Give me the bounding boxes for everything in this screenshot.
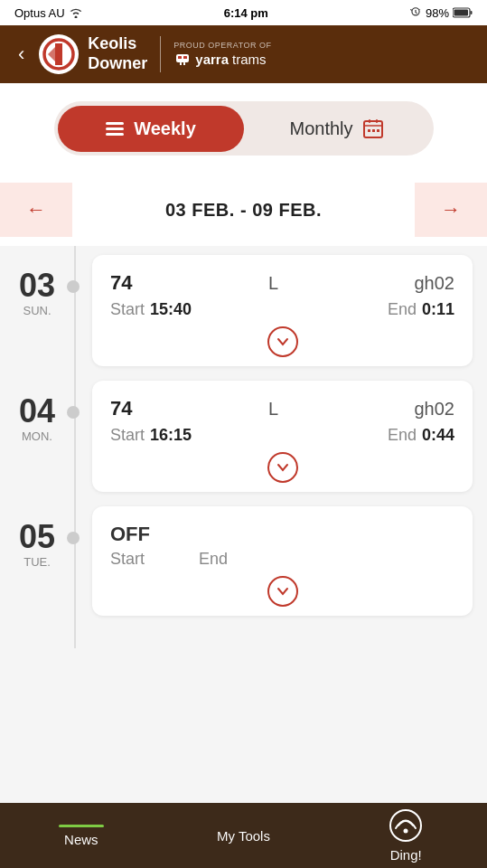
svg-rect-8	[178, 56, 182, 59]
next-icon: →	[441, 198, 461, 222]
weekly-label: Weekly	[134, 118, 196, 139]
calendar-icon	[362, 118, 384, 139]
prev-icon: ←	[26, 198, 46, 222]
shift-card-sun: 74 L gh02 Start15:40 End0:11	[92, 255, 473, 366]
tab-weekly[interactable]: Weekly	[58, 106, 244, 152]
expand-icon-tue	[267, 576, 298, 607]
svg-rect-17	[376, 119, 378, 123]
nav-my-tools[interactable]: My Tools	[163, 821, 325, 851]
keolis-logo-icon	[39, 34, 79, 74]
status-bar: Optus AU 6:14 pm 98%	[0, 0, 487, 25]
start-time-sun: 15:40	[150, 300, 192, 318]
day-name-tue: TUE.	[23, 555, 51, 569]
downer-text: Downer	[88, 54, 147, 74]
shift-card-mon: 74 L gh02 Start16:15 End0:44	[92, 381, 473, 492]
day-number-tue: 05	[19, 521, 55, 553]
list-icon	[105, 118, 125, 138]
nav-ding[interactable]: Ding!	[324, 802, 487, 869]
off-times-tue: Start End	[110, 550, 454, 569]
prev-week-button[interactable]: ←	[0, 183, 72, 237]
tab-switcher-container: Weekly Monthly	[0, 83, 487, 174]
svg-rect-14	[106, 133, 124, 136]
shift-code-mon: gh02	[415, 399, 455, 420]
date-range-label: 03 FEB. - 09 FEB.	[165, 200, 322, 221]
shift-code-sun: gh02	[415, 273, 455, 294]
status-left: Optus AU	[14, 6, 83, 20]
day-dot-tue	[67, 532, 80, 544]
monthly-label: Monthly	[289, 118, 352, 139]
start-time-mon: 16:15	[150, 426, 192, 444]
end-time-sun: 0:11	[422, 300, 454, 318]
shift-info-mon: 74 L gh02	[110, 397, 454, 420]
off-label-tue: OFF	[110, 523, 454, 546]
day-dot-sun	[67, 280, 80, 293]
ding-label: Ding!	[390, 847, 422, 863]
keolis-text: Keolis	[88, 34, 147, 54]
shift-times-mon: Start16:15 End0:44	[110, 426, 454, 445]
day-row-sun: 03 SUN. 74 L gh02 Start15:40 End0:11	[0, 255, 487, 366]
yarra-text: yarra	[195, 52, 229, 67]
day-label-sun: 03 SUN.	[0, 255, 74, 317]
day-dot-mon	[67, 406, 80, 419]
tram-icon	[173, 50, 192, 68]
shift-number-mon: 74	[110, 397, 132, 420]
next-week-button[interactable]: →	[415, 183, 487, 237]
svg-rect-12	[106, 122, 124, 125]
expand-button-mon[interactable]	[110, 445, 454, 485]
day-number-mon: 04	[19, 395, 55, 428]
expand-icon-sun	[267, 326, 298, 357]
news-label: News	[64, 832, 98, 847]
date-navigation: ← 03 FEB. - 09 FEB. →	[0, 174, 487, 246]
tab-switcher: Weekly Monthly	[54, 101, 434, 156]
ding-icon	[389, 809, 422, 842]
back-button[interactable]: ‹	[14, 39, 28, 70]
day-label-mon: 04 MON.	[0, 381, 74, 443]
logo-divider	[160, 36, 161, 72]
my-tools-label: My Tools	[217, 828, 270, 844]
expand-button-sun[interactable]	[110, 319, 454, 359]
svg-rect-2	[471, 11, 473, 14]
tab-monthly[interactable]: Monthly	[244, 105, 430, 152]
wifi-icon	[69, 7, 83, 18]
end-label-mon: End	[388, 426, 417, 444]
yarra-trams-logo: PROUD OPERATOR OF yarra trams	[173, 41, 271, 68]
day-row-tue: 05 TUE. OFF Start End	[0, 506, 487, 616]
svg-rect-11	[183, 62, 185, 65]
off-end-label: End	[199, 550, 228, 569]
chevron-down-icon-mon	[276, 461, 289, 474]
shift-info-sun: 74 L gh02	[110, 271, 454, 295]
svg-rect-10	[180, 62, 182, 65]
carrier-text: Optus AU	[14, 6, 65, 20]
status-right: 98%	[409, 6, 473, 20]
nav-news[interactable]: News	[0, 817, 163, 854]
app-header: ‹ Keolis Downer PROUD OPERATOR OF	[0, 25, 487, 83]
day-row-mon: 04 MON. 74 L gh02 Start16:15 End0:44	[0, 381, 487, 492]
day-name-mon: MON.	[22, 429, 52, 443]
end-time-mon: 0:44	[422, 426, 454, 444]
expand-button-tue[interactable]	[110, 569, 454, 609]
expand-icon-mon	[267, 452, 298, 483]
battery-text: 98%	[426, 6, 449, 20]
news-active-indicator	[59, 825, 104, 827]
off-card-tue: OFF Start End	[92, 506, 473, 616]
end-label-sun: End	[388, 300, 417, 318]
svg-rect-16	[369, 119, 370, 123]
svg-rect-19	[368, 129, 370, 132]
chevron-down-icon-sun	[276, 335, 289, 348]
shift-type-mon: L	[132, 399, 414, 420]
svg-rect-9	[183, 56, 187, 59]
svg-rect-21	[377, 129, 379, 132]
start-label-sun: Start	[110, 300, 145, 318]
shift-times-sun: Start15:40 End0:11	[110, 300, 454, 319]
proud-operator-text: PROUD OPERATOR OF	[173, 41, 271, 50]
start-label-mon: Start	[110, 426, 145, 444]
schedule-timeline: 03 SUN. 74 L gh02 Start15:40 End0:11	[0, 246, 487, 648]
status-time: 6:14 pm	[224, 6, 268, 20]
bottom-navigation: News My Tools Ding!	[0, 803, 487, 868]
day-label-tue: 05 TUE.	[0, 506, 74, 569]
yarra-brand: yarra trams	[173, 50, 266, 68]
chevron-down-icon-tue	[276, 585, 289, 598]
day-name-sun: SUN.	[23, 304, 51, 317]
svg-rect-13	[106, 127, 124, 130]
svg-point-23	[404, 828, 408, 833]
